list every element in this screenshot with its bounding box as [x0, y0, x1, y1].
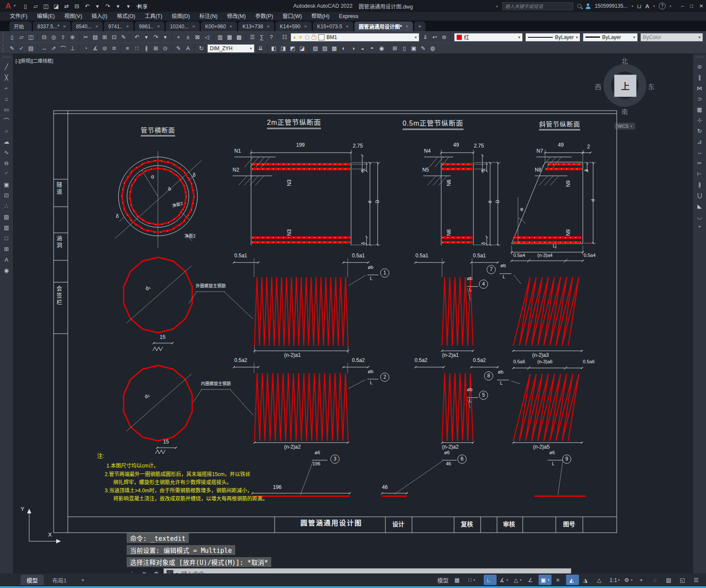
- search-expand-caret-icon[interactable]: ▸: [497, 4, 498, 8]
- offset-icon[interactable]: ⊃: [694, 94, 705, 104]
- menu-file[interactable]: 文件(F): [5, 12, 32, 21]
- erase-icon[interactable]: ⊘: [694, 62, 705, 72]
- extend-icon[interactable]: ⊢: [694, 169, 705, 179]
- tab-9741[interactable]: 9741..✕: [104, 21, 133, 31]
- fillet-icon[interactable]: ◡: [694, 212, 705, 222]
- baseline-dimension-icon[interactable]: ≡: [123, 44, 132, 53]
- menu-parametric[interactable]: 参数(P): [251, 12, 278, 21]
- new-file-icon[interactable]: ▯: [21, 1, 30, 11]
- share-button[interactable]: 共享: [137, 3, 148, 10]
- dimstyle-caret-icon[interactable]: ▾: [250, 46, 252, 51]
- tab-close-icon[interactable]: ✕: [405, 24, 409, 29]
- graphics-performance-icon[interactable]: ▧: [663, 575, 676, 585]
- bring-to-front-icon[interactable]: ▧: [311, 44, 320, 53]
- menu-insert[interactable]: 插入(I): [87, 12, 112, 21]
- line-icon[interactable]: ╱: [1, 62, 12, 72]
- dimension-break-icon[interactable]: ∦: [142, 44, 151, 53]
- text-style-icon[interactable]: ▤: [26, 44, 36, 53]
- redo-caret-icon[interactable]: ▾: [113, 1, 123, 11]
- tab-close-icon[interactable]: ✕: [192, 24, 195, 29]
- toolbar-grip[interactable]: [3, 45, 6, 52]
- annotation-visibility-icon[interactable]: ◭: [566, 575, 579, 585]
- tab-8337[interactable]: 8337.5...*✕: [33, 21, 70, 31]
- table-icon[interactable]: ⊞: [1, 244, 12, 254]
- model-tab[interactable]: 模型: [21, 575, 44, 585]
- tab-10240[interactable]: 10240...✕: [166, 21, 200, 31]
- plot-preview-icon[interactable]: ◎: [49, 33, 58, 42]
- tab-start[interactable]: 开始: [9, 21, 32, 31]
- arc-icon[interactable]: ⌒: [1, 115, 12, 125]
- properties-icon[interactable]: ☰: [248, 33, 257, 42]
- linear-dimension-icon[interactable]: ↔: [39, 44, 49, 53]
- tab-k13-738[interactable]: K13+738✕: [238, 21, 274, 31]
- menu-format[interactable]: 格式(O): [112, 12, 140, 21]
- circle-icon[interactable]: ○: [1, 126, 12, 136]
- group-edit-icon[interactable]: ◩: [288, 44, 297, 53]
- help-caret-icon[interactable]: ▾: [670, 4, 671, 8]
- menu-window[interactable]: 窗口(W): [278, 12, 306, 21]
- quick-dimension-icon[interactable]: ≅: [109, 44, 119, 53]
- menu-edit[interactable]: 编辑(E): [32, 12, 60, 21]
- qat-customize-caret-icon[interactable]: ▾: [124, 1, 133, 11]
- help-icon[interactable]: ?: [659, 3, 666, 9]
- layer-unlock-icon[interactable]: [312, 36, 316, 40]
- open-file-icon[interactable]: ▱: [31, 1, 40, 11]
- viewcube-top-face[interactable]: 上: [614, 75, 636, 97]
- viewcube[interactable]: 上 北 南 西 东: [601, 61, 649, 109]
- insert-block-icon[interactable]: ▣: [1, 180, 12, 190]
- zoom-previous-icon[interactable]: ◁: [202, 33, 212, 42]
- isodraft-icon[interactable]: △▾: [511, 575, 524, 585]
- menu-draw[interactable]: 绘图(D): [167, 12, 194, 21]
- layer-thaw-sun-icon[interactable]: ☀: [298, 34, 303, 40]
- tab-k15-0735[interactable]: K15+073.5✕: [313, 21, 353, 31]
- move-icon[interactable]: ⊹: [694, 115, 705, 125]
- wcs-dropdown[interactable]: WCS ▾: [615, 123, 635, 130]
- revision-cloud-icon[interactable]: ☁: [1, 137, 12, 147]
- redo-caret-icon[interactable]: ▾: [161, 33, 170, 42]
- group-icon[interactable]: ◧: [269, 44, 279, 53]
- angular-dimension-icon[interactable]: ∡: [91, 44, 100, 53]
- crosshair-icon[interactable]: +: [636, 575, 648, 585]
- toolbar-grip[interactable]: [3, 33, 6, 41]
- tolerance-icon[interactable]: ⊞: [151, 44, 161, 53]
- menu-help[interactable]: 帮助(H): [306, 12, 334, 21]
- markup-icon[interactable]: ✎: [418, 44, 428, 53]
- join-icon[interactable]: ⋃: [694, 190, 705, 200]
- arc-length-dimension-icon[interactable]: ⌒: [58, 44, 68, 53]
- annotation-scale-value[interactable]: 1:1▾: [607, 575, 621, 585]
- autocad-logo[interactable]: A: [3, 1, 13, 11]
- stretch-icon[interactable]: ↔: [694, 148, 705, 157]
- ellipse-arc-icon[interactable]: ◜: [1, 169, 12, 179]
- maximize-button[interactable]: □: [690, 3, 693, 9]
- viewcube-west[interactable]: 西: [595, 82, 601, 91]
- undo-caret-icon[interactable]: ▾: [93, 1, 102, 11]
- bring-above-icon[interactable]: ▩: [330, 44, 339, 53]
- zoom-window-icon[interactable]: ⊠: [193, 33, 202, 42]
- edit-text-icon[interactable]: ✎: [7, 44, 17, 53]
- tab-close-icon[interactable]: ✕: [229, 24, 233, 29]
- named-ucs-icon[interactable]: ⊞: [390, 44, 400, 53]
- open-icon[interactable]: ▱: [17, 33, 26, 42]
- ellipse-icon[interactable]: ⊖: [1, 158, 12, 168]
- tab-close-icon[interactable]: ✕: [267, 24, 270, 29]
- tool-palettes-icon[interactable]: ▯: [400, 44, 409, 53]
- close-button[interactable]: ✕: [699, 3, 703, 9]
- search-input[interactable]: 键入关键字或短语: [502, 2, 573, 10]
- undo-caret-icon[interactable]: ▾: [142, 33, 151, 42]
- polyline-icon[interactable]: ⌐: [1, 83, 12, 93]
- explode-icon[interactable]: *: [694, 223, 705, 232]
- add-layout-tab[interactable]: +: [75, 575, 91, 585]
- tab-9861[interactable]: 9861..✕: [135, 21, 164, 31]
- spline-icon[interactable]: ∿: [1, 148, 12, 157]
- viewcube-north[interactable]: 北: [621, 56, 628, 65]
- tab-8540[interactable]: 8540...✕: [72, 21, 103, 31]
- save-as-icon[interactable]: ◪: [52, 1, 61, 11]
- color-dropdown-caret-icon[interactable]: ▾: [518, 35, 520, 39]
- copy-icon[interactable]: ∥: [694, 72, 705, 82]
- plotstyle-dropdown[interactable]: ByColor ▾: [640, 33, 703, 42]
- plot-icon[interactable]: ⊟: [39, 33, 49, 42]
- mtext-icon[interactable]: A: [1, 255, 12, 265]
- render-icon[interactable]: ◍: [428, 44, 437, 53]
- layer-color-swatch[interactable]: [318, 34, 324, 40]
- pan-icon[interactable]: +: [174, 33, 183, 42]
